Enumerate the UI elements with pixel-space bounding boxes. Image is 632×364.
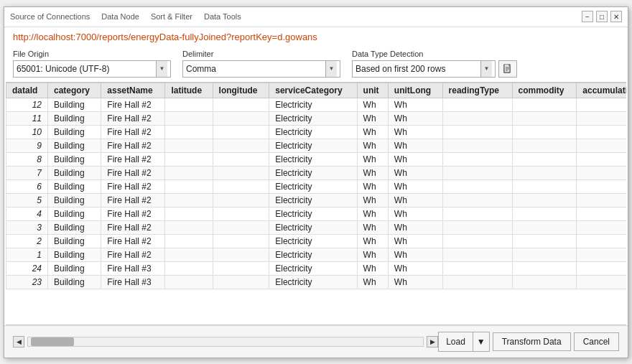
table-cell	[213, 193, 269, 207]
table-cell: Wh	[388, 179, 442, 193]
table-cell: Fire Hall #2	[101, 248, 165, 261]
url-text: http://localhost:7000/reports/energyData…	[13, 32, 317, 42]
table-cell	[512, 220, 577, 234]
menu-data-tools[interactable]: Data Tools	[204, 12, 241, 21]
table-cell: Electricity	[269, 234, 357, 248]
controls-bar: File Origin 65001: Unicode (UTF-8) ▼ Del…	[4, 47, 628, 82]
table-cell	[512, 261, 577, 275]
col-header-unit: unit	[357, 83, 388, 98]
table-cell	[442, 152, 512, 166]
table-cell: Electricity	[269, 261, 357, 275]
table-body: 12BuildingFire Hall #2ElectricityWhWh11B…	[6, 98, 627, 289]
table-cell: Wh	[388, 220, 442, 234]
table-cell: Wh	[357, 111, 388, 125]
table-cell	[213, 166, 269, 179]
menu-bar: Source of Connections Data Node Sort & F…	[10, 12, 241, 21]
table-row: 12BuildingFire Hall #2ElectricityWhWh	[6, 98, 627, 111]
table-cell: Fire Hall #2	[101, 193, 165, 207]
table-cell: 24	[6, 261, 48, 275]
table-cell	[442, 179, 512, 193]
table-cell: Electricity	[269, 193, 357, 207]
col-header-unitLong: unitLong	[388, 83, 442, 98]
table-cell: Electricity	[269, 125, 357, 139]
table-cell	[577, 125, 626, 139]
table-cell: Fire Hall #3	[101, 275, 165, 289]
table-cell: 23	[6, 275, 48, 289]
table-cell	[512, 166, 577, 179]
table-cell	[442, 234, 512, 248]
file-origin-value: 65001: Unicode (UTF-8)	[17, 64, 153, 74]
table-cell: Wh	[357, 261, 388, 275]
horizontal-scroll-area[interactable]: ◀ ▶	[13, 336, 438, 347]
table-cell: Building	[48, 248, 101, 261]
table-cell	[165, 179, 213, 193]
menu-sort-filter[interactable]: Sort & Filter	[151, 12, 192, 21]
table-cell: Wh	[388, 111, 442, 125]
table-cell	[577, 234, 626, 248]
table-cell: 5	[6, 193, 48, 207]
table-cell: Wh	[388, 207, 442, 220]
close-button[interactable]: ✕	[610, 11, 622, 22]
maximize-button[interactable]: □	[596, 11, 608, 22]
table-cell	[213, 261, 269, 275]
table-cell	[442, 193, 512, 207]
table-row: 7BuildingFire Hall #2ElectricityWhWh	[6, 166, 627, 179]
scroll-right-button[interactable]: ▶	[427, 336, 438, 347]
table-cell: Wh	[388, 125, 442, 139]
cancel-button[interactable]: Cancel	[574, 332, 619, 351]
file-origin-dropdown[interactable]: 65001: Unicode (UTF-8) ▼	[13, 60, 171, 78]
menu-source-connections[interactable]: Source of Connections	[10, 12, 90, 21]
minimize-button[interactable]: −	[582, 11, 593, 22]
table-header-row: dataId category assetName latitude longi…	[6, 83, 627, 98]
bottom-bar: ◀ ▶ Load ▼ Transform Data Cancel	[4, 325, 628, 358]
table-cell: Building	[48, 275, 101, 289]
table-cell	[577, 220, 626, 234]
delimiter-arrow-icon: ▼	[325, 61, 337, 77]
table-cell	[165, 98, 213, 111]
table-cell	[577, 248, 626, 261]
table-cell	[577, 179, 626, 193]
file-icon-button[interactable]	[498, 60, 517, 78]
scroll-left-button[interactable]: ◀	[13, 336, 24, 347]
delimiter-dropdown[interactable]: Comma ▼	[182, 60, 340, 78]
transform-data-button[interactable]: Transform Data	[493, 332, 571, 351]
table-cell: Building	[48, 152, 101, 166]
table-cell	[512, 275, 577, 289]
load-button[interactable]: Load	[439, 332, 473, 351]
detection-group: Data Type Detection Based on first 200 r…	[352, 50, 517, 78]
table-cell: 10	[6, 125, 48, 139]
table-cell: Fire Hall #2	[101, 220, 165, 234]
table-cell: Electricity	[269, 166, 357, 179]
load-dropdown-arrow[interactable]: ▼	[473, 332, 489, 351]
window-controls: − □ ✕	[582, 11, 622, 22]
table-cell	[512, 111, 577, 125]
table-cell: Building	[48, 207, 101, 220]
table-cell	[165, 207, 213, 220]
table-cell	[577, 111, 626, 125]
table-cell: Wh	[357, 139, 388, 152]
table-cell: Electricity	[269, 207, 357, 220]
table-cell: Wh	[388, 261, 442, 275]
table-cell	[165, 248, 213, 261]
table-cell: Wh	[388, 98, 442, 111]
table-scroll-area[interactable]: dataId category assetName latitude longi…	[6, 83, 626, 325]
table-cell: Wh	[388, 152, 442, 166]
table-cell: Wh	[388, 248, 442, 261]
detection-dropdown[interactable]: Based on first 200 rows ▼	[352, 60, 496, 78]
table-cell	[165, 166, 213, 179]
scroll-h-track[interactable]	[27, 337, 424, 347]
delimiter-group: Delimiter Comma ▼	[182, 50, 340, 78]
table-cell: Wh	[357, 275, 388, 289]
table-row: 6BuildingFire Hall #2ElectricityWhWh	[6, 179, 627, 193]
col-header-dataId: dataId	[6, 83, 48, 98]
table-cell	[442, 166, 512, 179]
menu-data-node[interactable]: Data Node	[101, 12, 139, 21]
table-cell: Building	[48, 125, 101, 139]
table-cell	[577, 275, 626, 289]
table-cell: Building	[48, 111, 101, 125]
table-cell: Fire Hall #2	[101, 139, 165, 152]
table-cell	[213, 125, 269, 139]
table-cell: Building	[48, 220, 101, 234]
load-button-group[interactable]: Load ▼	[438, 332, 490, 352]
table-cell	[512, 152, 577, 166]
